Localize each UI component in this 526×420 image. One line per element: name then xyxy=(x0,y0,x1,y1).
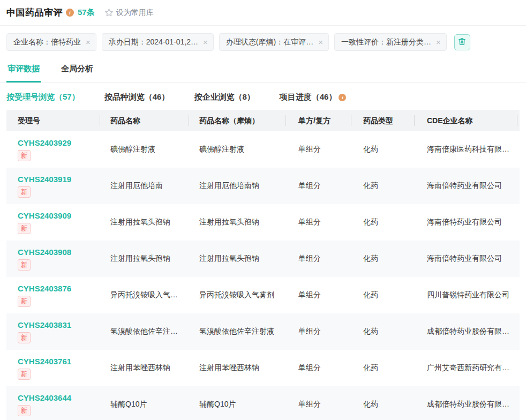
col-acceptance-number: 受理号 xyxy=(6,110,100,131)
filter-tag-label: 办理状态(摩熵)：在审评… xyxy=(226,38,313,47)
star-icon xyxy=(104,8,114,17)
table-row[interactable]: CYHS2403761 新 注射用苯唑西林钠 注射用苯唑西林钠 单组分 化药 广… xyxy=(6,350,520,386)
acceptance-number-link[interactable]: CYHS2403909 xyxy=(18,211,100,220)
cde-company-cell: 海南倍特药业有限公司 xyxy=(414,218,517,227)
composition-cell: 单组分 xyxy=(285,327,351,336)
set-favorite-label: 设为常用库 xyxy=(116,8,154,18)
set-favorite-button[interactable]: 设为常用库 xyxy=(104,8,154,18)
cde-company-cell: 成都倍特药业股份有限… xyxy=(414,327,517,336)
drug-name-mx-cell: 注射用拉氧头孢钠 xyxy=(189,218,285,227)
acceptance-number-link[interactable]: CYHS2403831 xyxy=(18,320,100,329)
acceptance-number-link[interactable]: CYHS2403761 xyxy=(18,357,100,366)
drug-name-mx-cell: 注射用厄他培南钠 xyxy=(189,181,285,191)
acceptance-number-link[interactable]: CYHS2403876 xyxy=(18,284,100,293)
drug-type-cell: 化药 xyxy=(351,327,414,336)
drug-name-cell: 注射用拉氧头孢钠 xyxy=(100,254,189,264)
cde-company-cell: 海南倍特药业有限公司 xyxy=(414,254,517,264)
filter-tag-label: 企业名称：倍特药业 xyxy=(13,38,81,47)
remove-filter-icon[interactable]: × xyxy=(203,38,208,46)
col-cde-company: CDE企业名称 xyxy=(414,110,517,131)
acceptance-cell: CYHS2403831 新 xyxy=(6,320,100,343)
table-row[interactable]: CYHS2403831 新 氢溴酸依他佐辛注… 氢溴酸依他佐辛注射液 单组分 化… xyxy=(6,313,520,350)
drug-type-cell: 化药 xyxy=(351,218,414,227)
acceptance-cell: CYHS2403644 新 xyxy=(6,393,100,416)
acceptance-cell: CYHS2403761 新 xyxy=(6,357,100,380)
acceptance-cell: CYHS2403909 新 xyxy=(6,211,100,234)
drug-name-mx-cell: 异丙托溴铵吸入气雾剂 xyxy=(189,290,285,300)
new-badge: 新 xyxy=(18,296,31,307)
table-row[interactable]: CYHS2403919 新 注射用厄他培南 注射用厄他培南钠 单组分 化药 海南… xyxy=(6,168,520,204)
composition-cell: 单组分 xyxy=(285,254,351,264)
filter-tag-status: 办理状态(摩熵)：在审评… × xyxy=(219,33,329,51)
table-row[interactable]: CYHS2403908 新 注射用拉氧头孢钠 注射用拉氧头孢钠 单组分 化药 海… xyxy=(6,241,520,277)
trash-icon xyxy=(458,37,466,47)
page-title: 中国药品审评 xyxy=(6,6,63,19)
drug-name-cell: 注射用苯唑西林钠 xyxy=(100,363,189,373)
acceptance-number-link[interactable]: CYHS2403644 xyxy=(18,393,100,402)
info-icon[interactable]: i xyxy=(66,9,74,17)
main-tabs: 审评数据 全局分析 xyxy=(0,56,526,83)
composition-cell: 单组分 xyxy=(285,363,351,373)
new-badge: 新 xyxy=(18,369,31,380)
filter-tag-company: 企业名称：倍特药业 × xyxy=(6,33,96,51)
drug-name-cell: 注射用厄他培南 xyxy=(100,181,189,191)
composition-cell: 单组分 xyxy=(285,400,351,409)
acceptance-cell: CYHS2403876 新 xyxy=(6,284,100,307)
remove-filter-icon[interactable]: × xyxy=(436,38,441,46)
col-drug-type: 药品类型 xyxy=(351,110,414,131)
title-bar: 中国药品审评 i 57条 设为常用库 xyxy=(0,0,526,26)
filter-tag-consistency: 一致性评价：新注册分类… × xyxy=(334,33,447,51)
new-badge: 新 xyxy=(18,405,31,416)
col-spacer xyxy=(517,110,520,131)
filter-bar: 企业名称：倍特药业 × 承办日期：2024-01-01,2… × 办理状态(摩熵… xyxy=(0,26,526,56)
drug-name-mx-cell: 碘佛醇注射液 xyxy=(189,145,285,154)
remove-filter-icon[interactable]: × xyxy=(86,38,91,46)
drug-type-cell: 化药 xyxy=(351,290,414,300)
drug-type-cell: 化药 xyxy=(351,181,414,191)
composition-cell: 单组分 xyxy=(285,181,351,191)
drug-type-cell: 化药 xyxy=(351,145,414,154)
acceptance-cell: CYHS2403919 新 xyxy=(6,175,100,198)
drug-name-cell: 异丙托溴铵吸入气… xyxy=(100,290,189,300)
new-badge: 新 xyxy=(18,186,31,198)
drug-name-mx-cell: 氢溴酸依他佐辛注射液 xyxy=(189,327,285,336)
table-row[interactable]: CYHS2403929 新 碘佛醇注射液 碘佛醇注射液 单组分 化药 海南倍康医… xyxy=(6,131,520,168)
filter-tag-label: 承办日期：2024-01-01,2… xyxy=(109,38,198,47)
subtab-by-acceptance-number[interactable]: 按受理号浏览（57） xyxy=(6,92,80,102)
remove-filter-icon[interactable]: × xyxy=(318,38,323,46)
table-row[interactable]: CYHS2403909 新 注射用拉氧头孢钠 注射用拉氧头孢钠 单组分 化药 海… xyxy=(6,204,520,241)
tab-global-analysis[interactable]: 全局分析 xyxy=(60,56,94,82)
tab-review-data[interactable]: 审评数据 xyxy=(6,56,41,82)
result-count: 57条 xyxy=(78,8,95,18)
drug-name-cell: 注射用拉氧头孢钠 xyxy=(100,218,189,227)
drug-name-mx-cell: 注射用苯唑西林钠 xyxy=(189,363,285,373)
table-body: CYHS2403929 新 碘佛醇注射液 碘佛醇注射液 单组分 化药 海南倍康医… xyxy=(6,131,520,420)
drug-name-cell: 氢溴酸依他佐辛注… xyxy=(100,327,189,336)
table-row[interactable]: CYHS2403876 新 异丙托溴铵吸入气… 异丙托溴铵吸入气雾剂 单组分 化… xyxy=(6,277,520,313)
info-icon[interactable]: i xyxy=(339,94,346,101)
col-composition: 单方/复方 xyxy=(285,110,351,131)
drug-type-cell: 化药 xyxy=(351,400,414,409)
new-badge: 新 xyxy=(18,259,31,271)
subtab-by-company[interactable]: 按企业浏览（8） xyxy=(194,92,254,102)
acceptance-number-link[interactable]: CYHS2403929 xyxy=(18,138,100,147)
acceptance-number-link[interactable]: CYHS2403919 xyxy=(18,175,100,184)
col-drug-name-mx: 药品名称（摩熵） xyxy=(189,110,285,131)
cde-company-cell: 广州艾奇西新药研究有… xyxy=(414,363,517,373)
table-row[interactable]: CYHS2403644 新 辅酶Q10片 辅酶Q10片 单组分 化药 成都倍特药… xyxy=(6,386,520,420)
drug-type-cell: 化药 xyxy=(351,254,414,264)
drug-type-cell: 化药 xyxy=(351,363,414,373)
cde-company-cell: 海南倍康医药科技有限… xyxy=(414,145,517,154)
acceptance-number-link[interactable]: CYHS2403908 xyxy=(18,248,100,257)
drug-name-cell: 碘佛醇注射液 xyxy=(100,145,189,154)
filter-tag-label: 一致性评价：新注册分类… xyxy=(341,38,431,47)
cde-company-cell: 海南倍特药业有限公司 xyxy=(414,181,517,191)
new-badge: 新 xyxy=(18,332,31,343)
subtab-by-variety[interactable]: 按品种浏览（46） xyxy=(104,92,170,102)
clear-filters-button[interactable] xyxy=(454,34,470,50)
drug-name-cell: 辅酶Q10片 xyxy=(100,400,189,409)
cde-company-cell: 四川普锐特药业有限公司 xyxy=(414,290,517,300)
composition-cell: 单组分 xyxy=(285,290,351,300)
subtab-project-progress[interactable]: 项目进度（46） i xyxy=(280,92,347,102)
cde-company-cell: 成都倍特药业股份有限… xyxy=(414,400,517,409)
